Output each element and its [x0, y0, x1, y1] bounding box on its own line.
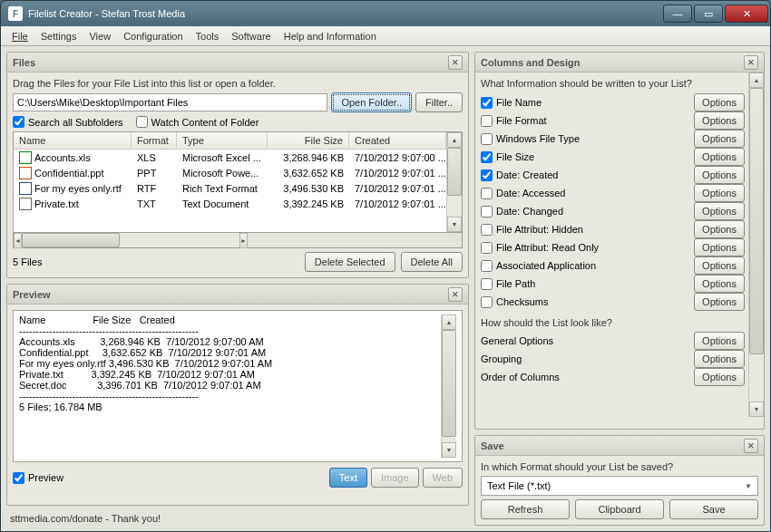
column-checkbox[interactable]: Windows File Type	[481, 133, 690, 145]
save-close-icon[interactable]: ✕	[744, 439, 758, 453]
options-button[interactable]: Options	[694, 238, 745, 256]
cell-format: RTF	[132, 182, 177, 195]
column-checkbox[interactable]: Associated Application	[481, 260, 690, 272]
col-type[interactable]: Type	[177, 132, 268, 149]
files-close-icon[interactable]: ✕	[448, 55, 463, 70]
column-label: File Format	[496, 115, 547, 126]
open-folder-button[interactable]: Open Folder..	[331, 92, 412, 112]
options-button[interactable]: Options	[694, 148, 745, 166]
menu-file[interactable]: File	[6, 29, 34, 44]
folder-path-input[interactable]	[13, 93, 327, 111]
save-button[interactable]: Save	[669, 499, 758, 519]
columns-close-icon[interactable]: ✕	[744, 55, 758, 70]
column-checkbox[interactable]: File Name	[481, 97, 690, 109]
watch-folder-checkbox[interactable]: Watch Content of Folder	[136, 116, 259, 128]
column-label: File Attribut: Hidden	[496, 224, 583, 235]
menu-tools[interactable]: Tools	[190, 29, 225, 44]
titlebar[interactable]: F Filelist Creator - Stefan Trost Media …	[1, 1, 770, 26]
column-label: File Size	[496, 151, 534, 162]
column-checkbox[interactable]: File Attribut: Read Only	[481, 242, 690, 254]
refresh-button[interactable]: Refresh	[481, 499, 570, 519]
column-checkbox[interactable]: Date: Accessed	[481, 188, 690, 199]
save-format-select[interactable]: Text File (*.txt) ▼	[481, 476, 758, 496]
extra-label: Grouping	[481, 353, 690, 364]
column-checkbox[interactable]: File Path	[481, 278, 690, 290]
preview-vscrollbar[interactable]: ▲▼	[441, 314, 456, 458]
files-vscrollbar[interactable]: ▲ ▼	[446, 132, 462, 232]
preview-textbox[interactable]: Name File Size Created -----------------…	[13, 310, 463, 462]
files-panel-header: Files ✕	[7, 53, 468, 73]
preview-text-button[interactable]: Text	[329, 468, 367, 488]
file-count: 5 Files	[13, 256, 42, 267]
options-button[interactable]: Options	[694, 256, 745, 275]
options-button[interactable]: Options	[694, 130, 745, 148]
cell-size: 3,632.652 KB	[268, 167, 349, 179]
cell-name: For my eyes only.rtf	[34, 183, 122, 194]
column-checkbox[interactable]: Date: Created	[481, 169, 690, 181]
scroll-up-icon[interactable]: ▲	[447, 132, 462, 148]
delete-all-button[interactable]: Delete All	[401, 252, 463, 272]
table-header: Name Format Type File Size Created	[14, 132, 446, 150]
col-size[interactable]: File Size	[268, 132, 349, 149]
cell-name: Accounts.xls	[34, 152, 91, 163]
menu-software[interactable]: Software	[226, 29, 276, 44]
delete-selected-button[interactable]: Delete Selected	[305, 252, 395, 272]
file-icon	[19, 167, 32, 179]
files-hscrollbar[interactable]: ◄ ►	[13, 233, 463, 248]
filter-button[interactable]: Filter..	[415, 92, 463, 112]
minimize-button[interactable]: —	[663, 5, 692, 23]
menu-view[interactable]: View	[83, 29, 116, 44]
scroll-right-icon[interactable]: ►	[239, 233, 248, 248]
column-checkbox[interactable]: Checksums	[481, 296, 690, 308]
cell-size: 3,392.245 KB	[268, 198, 349, 210]
menu-help[interactable]: Help and Information	[278, 29, 382, 44]
file-icon	[19, 182, 32, 195]
search-subfolders-checkbox[interactable]: Search all Subfolders	[13, 116, 123, 128]
options-button[interactable]: Options	[694, 184, 745, 202]
scroll-left-icon[interactable]: ◄	[14, 233, 22, 248]
columns-header: Columns and Design ✕	[475, 53, 764, 73]
table-row[interactable]: For my eyes only.rtfRTFRich Text Format3…	[14, 180, 446, 196]
options-button[interactable]: Options	[694, 275, 745, 293]
options-button[interactable]: Options	[694, 202, 745, 220]
preview-checkbox[interactable]: Preview	[13, 472, 63, 484]
options-button[interactable]: Options	[694, 350, 745, 368]
col-created[interactable]: Created	[349, 132, 446, 149]
scroll-down-icon[interactable]: ▼	[447, 217, 462, 232]
options-button[interactable]: Options	[694, 220, 745, 238]
table-row[interactable]: Private.txtTXTText Document3,392.245 KB7…	[14, 196, 446, 211]
options-button[interactable]: Options	[694, 332, 745, 350]
file-table: Name Format Type File Size Created Accou…	[13, 131, 463, 233]
columns-vscrollbar[interactable]: ▲▼	[748, 73, 764, 417]
preview-close-icon[interactable]: ✕	[448, 287, 463, 302]
menubar: File Settings View Configuration Tools S…	[1, 26, 770, 46]
maximize-button[interactable]: ▭	[694, 5, 723, 23]
file-icon	[19, 198, 32, 210]
column-checkbox[interactable]: Date: Changed	[481, 206, 690, 218]
options-button[interactable]: Options	[694, 93, 745, 111]
close-button[interactable]: ✕	[725, 5, 768, 23]
save-title: Save	[481, 440, 504, 451]
cell-format: TXT	[132, 198, 177, 210]
table-row[interactable]: Confidential.pptPPTMicrosoft Powe...3,63…	[14, 165, 446, 180]
column-checkbox[interactable]: File Format	[481, 115, 690, 127]
save-format-value: Text File (*.txt)	[487, 480, 551, 491]
preview-web-button[interactable]: Web	[423, 468, 463, 488]
options-button[interactable]: Options	[694, 111, 745, 130]
options-button[interactable]: Options	[694, 368, 745, 386]
clipboard-button[interactable]: Clipboard	[575, 499, 664, 519]
options-button[interactable]: Options	[694, 293, 745, 311]
menu-settings[interactable]: Settings	[35, 29, 83, 44]
menu-configuration[interactable]: Configuration	[118, 29, 188, 44]
column-checkbox[interactable]: File Size	[481, 151, 690, 163]
column-label: File Name	[496, 97, 542, 108]
preview-image-button[interactable]: Image	[371, 468, 419, 488]
cell-name: Private.txt	[34, 198, 79, 209]
save-header: Save ✕	[475, 436, 764, 456]
column-checkbox[interactable]: File Attribut: Hidden	[481, 224, 690, 236]
cell-size: 3,496.530 KB	[268, 182, 349, 195]
options-button[interactable]: Options	[694, 166, 745, 184]
col-format[interactable]: Format	[132, 132, 177, 149]
col-name[interactable]: Name	[14, 132, 132, 149]
table-row[interactable]: Accounts.xlsXLSMicrosoft Excel ...3,268.…	[14, 150, 446, 165]
